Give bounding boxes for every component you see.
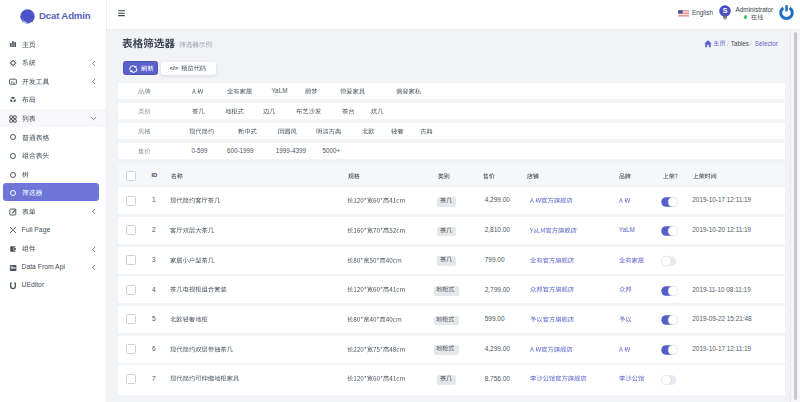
svg-text:S: S (723, 8, 728, 15)
